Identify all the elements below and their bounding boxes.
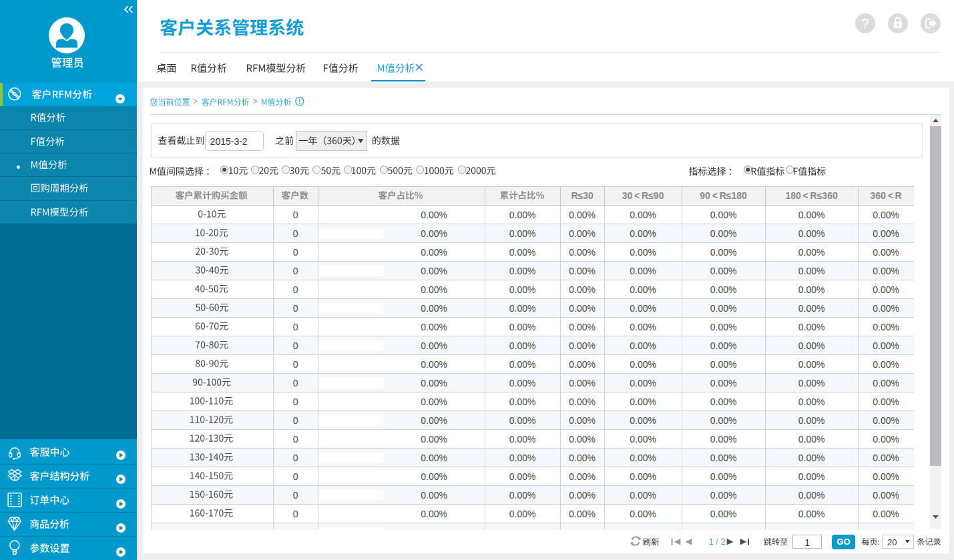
svg-text:?: ? (861, 15, 869, 30)
